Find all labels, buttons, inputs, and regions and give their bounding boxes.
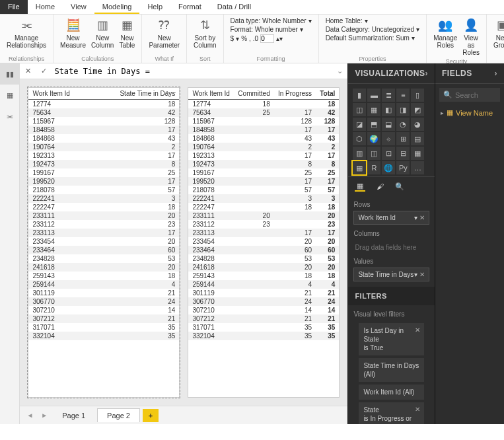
table-row[interactable]: 1995201717 (188, 177, 339, 186)
table-row[interactable]: 2334542020 (188, 237, 339, 246)
tab-view[interactable]: View (63, 0, 94, 14)
table-row[interactable]: 7563442 (28, 108, 179, 117)
viz-type-8[interactable]: ◨ (396, 103, 410, 116)
manage-roles-button[interactable]: 👥Manage Roles (431, 16, 460, 57)
table-row[interactable]: 2591444 (28, 280, 179, 289)
filter-state-time[interactable]: State Time in Days (All) (359, 358, 424, 382)
filter-state[interactable]: Stateis In Progress or Com...✕ (359, 402, 424, 424)
table-row[interactable]: 2334646060 (188, 246, 339, 254)
tab-help[interactable]: Help (139, 0, 170, 14)
table-row[interactable]: 2331112020 (188, 211, 339, 220)
focus-mode-icon[interactable]: ⤢ (163, 89, 168, 96)
viz-type-4[interactable]: ▯ (411, 89, 424, 102)
format-tab-button[interactable]: 🖌 (375, 181, 385, 192)
prev-page-button[interactable]: ◄ (24, 412, 36, 419)
filter-is-last-day[interactable]: Is Last Day in Stateis True✕ (359, 323, 424, 355)
fields-search-input[interactable] (455, 91, 504, 99)
viz-type-3[interactable]: ≡ (396, 89, 410, 102)
table-row[interactable]: 31707135 (28, 323, 179, 332)
table-row[interactable]: 18486843 (28, 134, 179, 143)
viz-type-19[interactable]: ▤ (411, 132, 424, 145)
viz-type-23[interactable]: ⊟ (396, 147, 410, 160)
table-row[interactable]: 1907642 (28, 143, 179, 151)
viz-type-24[interactable]: ▦ (411, 147, 424, 160)
table-row[interactable]: 1277418 (28, 100, 179, 109)
viz-type-9[interactable]: ◩ (411, 103, 424, 116)
tab-data-drill[interactable]: Data / Drill (209, 0, 259, 14)
table-row[interactable]: 3072122121 (188, 314, 339, 323)
collapse-viz-panel-button[interactable]: › (425, 69, 429, 78)
viz-type-11[interactable]: ⬒ (367, 118, 380, 131)
new-group-button[interactable]: ▣New Group (491, 16, 504, 55)
remove-filter-button[interactable]: ✕ (415, 405, 420, 414)
cancel-formula-button[interactable]: ✕ (22, 67, 33, 75)
viz-type-25[interactable]: ▦ (353, 161, 366, 174)
format-label[interactable]: Format: Whole number (231, 26, 298, 33)
table-row[interactable]: 23346460 (28, 246, 179, 254)
table-row[interactable]: 18485817 (28, 126, 179, 134)
viz-type-18[interactable]: ⊞ (396, 132, 410, 145)
view-as-roles-button[interactable]: 👤View as Roles (460, 16, 482, 57)
table-row[interactable]: 3011192121 (188, 289, 339, 297)
collapse-fields-panel-button[interactable]: › (495, 69, 498, 78)
table-row[interactable]: 30721014 (28, 306, 179, 314)
more-options-icon[interactable]: ⋯ (170, 89, 176, 96)
new-measure-button[interactable]: 🧮New Measure (57, 16, 89, 55)
table-row[interactable]: 21807857 (28, 186, 179, 194)
table-row[interactable]: 2222413 (28, 194, 179, 203)
fields-search[interactable]: 🔍 (439, 88, 500, 102)
table-row[interactable]: 2331122323 (188, 220, 339, 229)
rows-field-well[interactable]: Work Item Id▾ ✕ (353, 211, 429, 225)
add-page-button[interactable]: + (143, 409, 159, 422)
table-row[interactable]: 23482853 (28, 254, 179, 263)
new-table-button[interactable]: ▦New Table (116, 16, 137, 55)
viz-type-7[interactable]: ◧ (382, 103, 395, 116)
table-row[interactable]: 33210435 (28, 332, 179, 340)
table-row[interactable]: 2416182020 (188, 263, 339, 272)
viz-type-27[interactable]: 🌐 (382, 161, 395, 174)
viz-type-10[interactable]: ◪ (353, 118, 366, 131)
table-row[interactable]: 19247388 (188, 160, 339, 168)
summarization-label[interactable]: Default Summarization: Sum (326, 34, 410, 42)
viz-type-26[interactable]: R (367, 161, 380, 174)
table-row[interactable]: 127741818 (188, 100, 339, 109)
viz-type-15[interactable]: ⬡ (353, 132, 366, 145)
new-column-button[interactable]: ▥New Column (89, 16, 116, 55)
viz-type-29[interactable]: … (411, 161, 424, 174)
viz-type-17[interactable]: ⟐ (382, 132, 395, 145)
table-row[interactable]: 24161820 (28, 263, 179, 272)
matrix-visual-2[interactable]: Work Item IdCommittedIn ProgressTotal127… (188, 87, 340, 398)
table-row[interactable]: 23311317 (28, 229, 179, 237)
tab-file[interactable]: File (0, 0, 28, 14)
table-row[interactable]: 19076422 (188, 143, 339, 151)
viz-type-16[interactable]: 🌍 (367, 132, 380, 145)
table-row[interactable]: 1991672525 (188, 168, 339, 177)
table-row[interactable]: 115967128 (28, 117, 179, 126)
data-type-label[interactable]: Data type: Whole Number (231, 17, 306, 24)
table-row[interactable]: 25914444 (188, 280, 339, 289)
table-row[interactable]: 25914318 (28, 272, 179, 280)
table-row[interactable]: 1924738 (28, 160, 179, 168)
columns-drop-zone[interactable]: Drag data fields here (353, 240, 429, 255)
table-row[interactable]: 19231317 (28, 151, 179, 160)
viz-type-6[interactable]: ▦ (367, 103, 380, 116)
next-page-button[interactable]: ► (38, 412, 50, 419)
table-row[interactable]: 3170713535 (188, 323, 339, 332)
percent-button[interactable]: % (241, 35, 247, 42)
chevron-down-icon[interactable]: ▾ (416, 26, 419, 33)
formula-expand-button[interactable]: ⌄ (334, 67, 345, 75)
data-view-button[interactable]: ▦ (0, 85, 19, 106)
table-row[interactable]: 23345420 (28, 237, 179, 246)
viz-type-1[interactable]: ▬ (367, 89, 380, 102)
remove-row-field-button[interactable]: ✕ (419, 214, 425, 221)
manage-relationships-button[interactable]: ⫘Manage Relationships (4, 16, 49, 55)
report-canvas[interactable]: ⤢ ⋯ Work Item IdState Time in Days127741… (20, 79, 347, 406)
remove-value-field-button[interactable]: ✕ (419, 271, 425, 278)
spinner-icon[interactable]: ▴▾ (276, 35, 283, 42)
table-row[interactable]: 115967128128 (188, 117, 339, 126)
formula-input[interactable] (54, 67, 329, 76)
viz-type-12[interactable]: ⬓ (382, 118, 395, 131)
table-row[interactable]: 2348285353 (188, 254, 339, 263)
home-table-label[interactable]: Home Table: (326, 17, 363, 24)
table-row[interactable]: 2331131717 (188, 229, 339, 237)
